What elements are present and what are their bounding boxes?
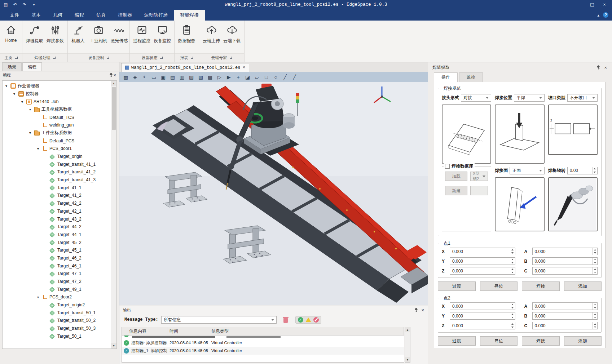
tab-monitoring[interactable]: 监控 [459, 72, 483, 82]
spin-down-icon[interactable] [510, 326, 515, 329]
tree-item[interactable]: Target_47_1 [3, 270, 110, 278]
tree-item[interactable]: AR1440_Job [3, 98, 110, 106]
tab-operation[interactable]: 操作 [434, 72, 458, 82]
joint-form-dropdown[interactable]: 对接 [461, 94, 491, 102]
spin-down-icon[interactable] [593, 170, 597, 174]
groove-type-dropdown[interactable]: 不开坡口 [567, 94, 598, 102]
spin-down-icon[interactable] [510, 271, 515, 275]
tree-item[interactable]: Target_42_2 [3, 199, 110, 207]
output-scrollbar[interactable]: ▲ ▼ [405, 327, 410, 363]
dialog-launcher-icon[interactable] [107, 57, 109, 59]
success-filter-icon[interactable] [298, 317, 303, 323]
spin-down-icon[interactable] [510, 261, 515, 265]
zoom-extent-tool-icon[interactable]: ⌖ [140, 73, 149, 81]
tree-item[interactable]: Target_49_1 [3, 285, 110, 293]
action-button[interactable]: 添加 [564, 281, 602, 291]
scroll-down-icon[interactable]: ▼ [111, 343, 116, 349]
weld-face-dropdown[interactable]: 正面 [510, 167, 544, 174]
tree-item[interactable]: Target_43_2 [3, 215, 110, 223]
laser-sensor-button[interactable]: 激光传感 [109, 23, 129, 44]
tree-item[interactable]: PCS_door1 [3, 145, 110, 153]
new-button[interactable]: 新建 [445, 186, 467, 195]
tree-item[interactable]: Target_transit_50_3 [3, 324, 110, 332]
table-row[interactable]: 控制器: 添加控制器成功 2020-08-04 15:48:05 Virtual… [122, 339, 404, 347]
spin-down-icon[interactable] [593, 271, 597, 275]
spin-up-icon[interactable] [593, 303, 597, 306]
warning-filter-icon[interactable] [305, 318, 311, 322]
tree-item[interactable]: Target_transit_50_2 [3, 317, 110, 325]
dialog-launcher-icon[interactable] [15, 57, 18, 59]
spin-down-icon[interactable] [510, 316, 515, 320]
robot-button[interactable]: 机器人 [68, 23, 88, 44]
tree-scrollbar[interactable]: ▲ ▼ [111, 81, 116, 349]
menu-tab-smart-welding[interactable]: 智能焊接 [174, 10, 205, 21]
dialog-launcher-icon[interactable] [53, 57, 56, 59]
weld-params-button[interactable]: 焊接参数 [45, 23, 66, 44]
chevron-down-icon[interactable] [13, 92, 18, 96]
pin-icon[interactable] [596, 65, 600, 70]
scrollbar-thumb[interactable] [112, 87, 116, 130]
tree-item[interactable]: Target_transit_50_1 [3, 309, 110, 317]
column-header-time[interactable]: 时间 [167, 327, 209, 335]
spin-up-icon[interactable] [593, 167, 597, 171]
tree-item[interactable]: 控制器 [3, 90, 110, 98]
collapse-ribbon-icon[interactable] [597, 12, 599, 18]
action-button[interactable]: 添加 [564, 336, 602, 346]
action-button[interactable]: 过渡 [438, 281, 476, 291]
scroll-up-icon[interactable]: ▲ [111, 81, 116, 86]
menu-tab-geometry[interactable]: 几何 [47, 10, 69, 21]
database-select[interactable]: X型钢2 [470, 172, 488, 181]
home-button[interactable]: Home [1, 23, 21, 43]
close-icon[interactable]: × [604, 65, 607, 70]
tab-programming[interactable]: 编程 [22, 62, 42, 71]
close-button[interactable]: × [598, 0, 611, 9]
iso-cube-tool-icon[interactable]: ◈ [131, 73, 139, 81]
dialog-launcher-icon[interactable] [160, 57, 163, 59]
tree-item[interactable]: Target_47_2 [3, 278, 110, 285]
circle-tool-icon[interactable]: ○ [272, 73, 280, 81]
angle-stepper[interactable]: 0.000 [532, 248, 598, 255]
menu-tab-simulation[interactable]: 仿真 [90, 10, 112, 21]
select-move-tool-icon[interactable]: ▶ [225, 73, 233, 81]
tree-item[interactable]: Default_PCS [3, 137, 110, 145]
line-tool-icon[interactable]: ╱ [281, 73, 289, 81]
spin-down-icon[interactable] [593, 261, 597, 265]
view-left-icon[interactable]: ▤ [168, 73, 177, 81]
angle-stepper[interactable]: 0.000 [532, 302, 598, 310]
delete-messages-icon[interactable] [282, 316, 289, 323]
data-report-button[interactable]: 数据报告 [176, 23, 197, 44]
action-button[interactable]: 焊接 [522, 336, 560, 346]
tree-item[interactable]: Target_41_2 [3, 192, 110, 200]
tree-item[interactable]: Default_TCS [3, 114, 110, 121]
coord-stepper[interactable]: 0.000 [450, 267, 515, 275]
close-icon[interactable]: × [421, 308, 424, 312]
view-bottom-icon[interactable]: ▨ [197, 73, 205, 81]
coord-stepper[interactable]: 0.000 [450, 302, 515, 310]
table-row[interactable]: 控制器_1: 添加控制器... 2020-08-04 15:48:05 Virt… [122, 347, 404, 355]
chevron-down-icon[interactable] [29, 107, 34, 111]
coord-stepper[interactable]: 0.000 [450, 312, 515, 320]
polyline-tool-icon[interactable]: ╱ [290, 73, 299, 81]
menu-tab-programming[interactable]: 编程 [69, 10, 90, 21]
document-close-icon[interactable]: × [242, 65, 245, 70]
spin-up-icon[interactable] [510, 267, 515, 271]
select-tool-icon[interactable]: ▷ [215, 73, 224, 81]
tree-item[interactable]: Target_46_1 [3, 262, 110, 270]
scroll-down-icon[interactable]: ▼ [405, 357, 410, 362]
tree-item[interactable]: welding_gun [3, 121, 110, 129]
tree-item[interactable]: Target_transit_41_2 [3, 168, 110, 176]
seam-extract-button[interactable]: 焊缝提取 [25, 23, 45, 44]
tree-item[interactable]: Target_44_1 [3, 231, 110, 239]
chevron-down-icon[interactable] [29, 131, 34, 135]
message-type-dropdown[interactable]: 所有信息 [161, 316, 277, 324]
tree-item[interactable]: Target_50_1 [3, 332, 110, 340]
view-back-icon[interactable]: ▣ [159, 73, 167, 81]
pin-icon[interactable] [414, 308, 418, 312]
chevron-down-icon[interactable] [37, 147, 42, 151]
cloud-download-button[interactable]: 云端下载 [222, 23, 242, 44]
spin-up-icon[interactable] [593, 267, 597, 271]
scroll-up-icon[interactable]: ▲ [405, 327, 410, 332]
tree-item[interactable]: Target_44_2 [3, 223, 110, 231]
table-row-clipped[interactable] [122, 336, 404, 339]
tree-item[interactable]: Target_46_2 [3, 254, 110, 262]
